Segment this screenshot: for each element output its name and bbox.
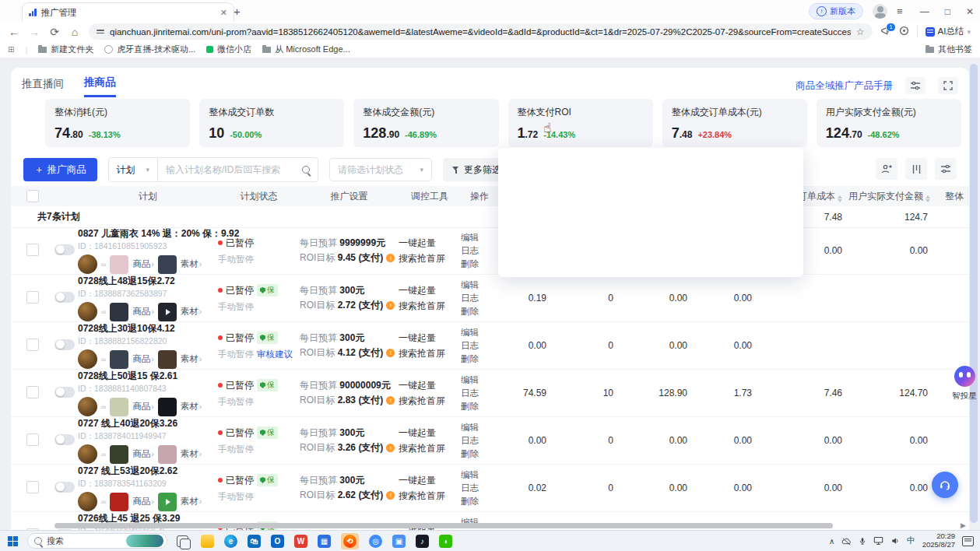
forward-icon[interactable]: → [28, 26, 40, 38]
warning-icon[interactable]: ! [386, 491, 395, 500]
plan-title[interactable]: 0728线上50退15 保2.61 [78, 370, 218, 383]
warning-icon[interactable]: ! [386, 396, 395, 405]
network-icon[interactable] [873, 536, 883, 546]
warning-icon[interactable]: ! [386, 444, 395, 452]
material-link[interactable]: 素材› [181, 401, 202, 412]
apps-grid-icon[interactable]: ⊞ [8, 45, 14, 54]
col-plan[interactable]: 计划 [78, 190, 218, 203]
log-link[interactable]: 日志 [461, 483, 498, 494]
material-thumbnail[interactable] [158, 445, 177, 464]
customer-service-button[interactable] [932, 472, 958, 498]
ime-indicator[interactable]: 中 [907, 535, 915, 546]
tool-one-key-boost[interactable]: 一键起量 [399, 284, 461, 297]
scroll-right-arrow-icon[interactable]: ▶ [961, 521, 966, 529]
delete-link[interactable]: 删除 [461, 353, 498, 365]
row-enable-toggle[interactable] [54, 387, 75, 398]
settings-sliders-icon[interactable] [905, 77, 926, 94]
product-link[interactable]: 商品› [132, 496, 153, 507]
material-link[interactable]: 素材› [181, 353, 202, 365]
col-actions[interactable]: 操作 [461, 190, 498, 203]
material-link[interactable]: 素材› [181, 258, 202, 270]
task-view-button[interactable] [177, 535, 188, 547]
col-overall[interactable]: 整体 [934, 190, 969, 203]
notifications-icon[interactable]: 1 [880, 26, 891, 38]
col-settings[interactable]: 推广设置 [300, 190, 399, 203]
plan-title[interactable]: 0728线上30退10保4.12 [78, 322, 218, 335]
material-thumbnail[interactable] [158, 493, 177, 511]
plan-title[interactable]: 0827 儿童雨衣 14% 退：20% 保：9.92 [78, 227, 218, 240]
row-enable-toggle[interactable] [54, 244, 75, 255]
browser-menu-icon[interactable]: ≡ [897, 5, 903, 17]
product-thumbnail[interactable] [110, 398, 128, 416]
ai-summary-button[interactable]: AI总结 ▾ [917, 26, 971, 37]
product-link[interactable]: 商品› [132, 258, 153, 270]
product-thumbnail[interactable] [110, 493, 128, 511]
delete-link[interactable]: 删除 [461, 401, 498, 412]
tool-one-key-boost[interactable]: 一键起量 [399, 379, 461, 392]
row-enable-toggle[interactable] [54, 292, 75, 303]
warning-icon[interactable]: ! [386, 254, 395, 262]
log-link[interactable]: 日志 [461, 293, 498, 304]
edit-link[interactable]: 编辑 [461, 232, 498, 244]
row-checkbox[interactable] [26, 386, 39, 398]
assistant-robot-icon[interactable] [954, 366, 975, 387]
edit-link[interactable]: 编辑 [461, 327, 498, 339]
plan-title[interactable]: 0727 线上53退20保2.62 [78, 465, 218, 478]
delete-link[interactable]: 删除 [461, 306, 498, 318]
product-link[interactable]: 商品› [132, 306, 153, 318]
bookmark-item[interactable]: 新建文件夹 [38, 44, 93, 55]
product-link[interactable]: 商品› [132, 401, 153, 412]
fullscreen-icon[interactable] [938, 77, 958, 94]
manual-link[interactable]: 商品全域推广产品手册 [796, 79, 893, 93]
assistant-widget[interactable]: 智投星 [950, 366, 979, 402]
col-tools[interactable]: 调控工具 [399, 190, 461, 203]
taskbar-file-explorer[interactable] [201, 535, 214, 548]
stat-card[interactable]: 整体成交订单数 10 -50.00% [199, 99, 344, 147]
sort-icon[interactable] [838, 195, 842, 202]
table-settings-icon-button[interactable] [935, 158, 957, 180]
speaker-icon[interactable] [890, 536, 900, 546]
delete-link[interactable]: 删除 [461, 258, 498, 270]
review-suggestion-link[interactable]: 审核建议 [257, 349, 293, 359]
stat-card[interactable]: 整体消耗(元) 74.80 -38.13% [45, 99, 190, 147]
bookmark-star-icon[interactable]: ☆ [856, 26, 865, 37]
material-link[interactable]: 素材› [181, 448, 202, 460]
sort-icon[interactable] [926, 195, 930, 202]
row-checkbox[interactable] [26, 244, 39, 256]
reload-icon[interactable]: ⟳ [48, 26, 61, 38]
row-checkbox[interactable] [26, 433, 39, 446]
tab-live-room[interactable]: 推直播间 [22, 77, 64, 97]
cloud-off-icon[interactable] [841, 537, 852, 546]
window-maximize-button[interactable]: □ [945, 6, 950, 17]
material-link[interactable]: 素材› [181, 306, 202, 318]
log-link[interactable]: 日志 [461, 245, 498, 257]
plan-status-select[interactable]: 请筛选计划状态▾ [329, 158, 432, 181]
log-link[interactable]: 日志 [461, 435, 498, 447]
product-link[interactable]: 商品› [132, 353, 153, 365]
product-link[interactable]: 商品› [132, 448, 153, 460]
tool-search-topscreen[interactable]: 搜索抢首屏 [399, 347, 461, 360]
row-checkbox[interactable] [26, 291, 39, 304]
tool-search-topscreen[interactable]: 搜索抢首屏 [399, 252, 461, 265]
stat-card[interactable]: 整体支付ROI 1.72 -14.43% [508, 99, 653, 147]
custom-columns-icon-button[interactable] [905, 158, 927, 180]
promote-product-button[interactable]: ＋推广商品 [23, 158, 97, 181]
row-enable-toggle[interactable] [54, 434, 75, 445]
taskbar-quark[interactable]: ◎ [369, 535, 382, 548]
stat-card[interactable]: 整体成交金额(元) 128.90 -46.89% [353, 99, 498, 147]
row-checkbox[interactable] [26, 339, 39, 351]
row-enable-toggle[interactable] [54, 482, 75, 493]
browser-avatar[interactable] [873, 4, 887, 19]
product-thumbnail[interactable] [110, 350, 128, 369]
url-field[interactable]: qianchuan.jinritemai.com/uni-prom?aavid=… [89, 23, 873, 40]
product-thumbnail[interactable] [110, 445, 128, 464]
delete-link[interactable]: 删除 [461, 448, 498, 460]
material-thumbnail[interactable] [158, 303, 177, 321]
vertical-scrollbar[interactable] [970, 64, 978, 523]
plan-type-select[interactable]: 计划▾ [109, 158, 159, 181]
tool-search-topscreen[interactable]: 搜索抢首屏 [399, 300, 461, 313]
row-enable-toggle[interactable] [54, 339, 75, 350]
taskbar-qianchuan-active[interactable]: ⟲ [341, 533, 359, 549]
material-thumbnail[interactable] [158, 255, 177, 274]
tool-search-topscreen[interactable]: 搜索抢首屏 [399, 490, 461, 503]
